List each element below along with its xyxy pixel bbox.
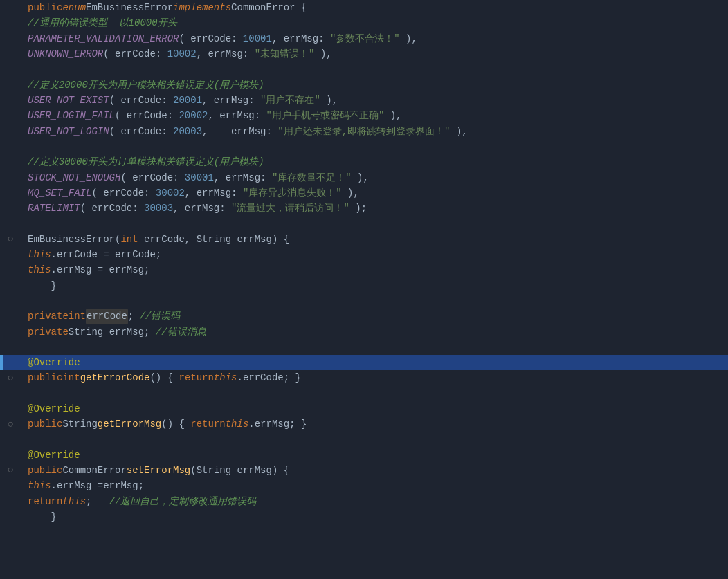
token-enum-val: USER_NOT_LOGIN bbox=[28, 124, 109, 139]
token-kw: private bbox=[28, 324, 69, 340]
line-code: MQ_SET_FAIL( errCode: 30002, errMsg: "库存… bbox=[21, 185, 728, 201]
token-comment-cn: //返回自己，定制修改通用错误码 bbox=[109, 494, 257, 509]
line-gutter bbox=[0, 386, 21, 401]
token-type: int bbox=[120, 232, 138, 247]
line-gutter: ◯ bbox=[0, 463, 21, 478]
line-code bbox=[21, 432, 728, 448]
line-code: public CommonError setErrorMsg(String er… bbox=[21, 463, 728, 478]
code-line bbox=[0, 293, 728, 309]
token-enum-val: USER_LOGIN_FAIL bbox=[28, 108, 115, 123]
line-code bbox=[21, 293, 728, 309]
line-gutter bbox=[0, 124, 21, 139]
line-code bbox=[21, 217, 728, 232]
token-num: 20003 bbox=[173, 124, 202, 139]
code-line: @Override bbox=[0, 401, 728, 416]
line-gutter bbox=[0, 170, 21, 185]
token-num: 30003 bbox=[144, 201, 173, 216]
token-cls: String bbox=[197, 232, 231, 247]
line-gutter bbox=[0, 0, 21, 15]
token-this-kw: this bbox=[62, 494, 86, 509]
token-enum-val: PARAMETER_VALIDATION_ERROR bbox=[28, 31, 179, 46]
highlighted-field: errCode bbox=[86, 309, 128, 324]
token-type: int bbox=[69, 309, 86, 324]
token-str: "用户手机号或密码不正确" bbox=[266, 108, 384, 123]
code-line: USER_NOT_LOGIN( errCode: 20003, errMsg: … bbox=[0, 124, 728, 139]
code-line bbox=[0, 432, 728, 448]
code-line: PARAMETER_VALIDATION_ERROR( errCode: 100… bbox=[0, 31, 728, 46]
token-iface: CommonError bbox=[231, 0, 295, 15]
token-cls: EmBusinessError bbox=[86, 0, 173, 15]
token-enum-val: MQ_SET_FAIL bbox=[28, 185, 91, 201]
token-str: "参数不合法！" bbox=[330, 31, 400, 46]
line-code: this.errCode = errCode; bbox=[21, 247, 728, 262]
token-comment-cn: //通用的错误类型 以10000开头 bbox=[28, 15, 177, 30]
token-kw2: enum bbox=[62, 0, 86, 15]
code-line bbox=[0, 62, 728, 77]
line-code: public String getErrorMsg() { return thi… bbox=[21, 416, 728, 432]
code-line: this.errMsg =errMsg; bbox=[0, 478, 728, 493]
line-code: @Override bbox=[21, 355, 728, 370]
code-line: private int errCode; //错误码 bbox=[0, 309, 728, 324]
token-str: "未知错误！" bbox=[255, 46, 315, 62]
line-gutter bbox=[0, 293, 21, 309]
code-line: RATELIMIT( errCode: 30003, errMsg: "流量过大… bbox=[0, 201, 728, 216]
line-code bbox=[21, 340, 728, 355]
line-code: RATELIMIT( errCode: 30003, errMsg: "流量过大… bbox=[21, 201, 728, 216]
code-line: UNKNOWN_ERROR( errCode: 10002, errMsg: "… bbox=[0, 46, 728, 62]
token-num: 20002 bbox=[179, 108, 208, 123]
fold-icon[interactable]: ◯ bbox=[6, 466, 15, 475]
line-gutter bbox=[0, 62, 21, 77]
line-code: } bbox=[21, 278, 728, 293]
token-enum-val: USER_NOT_EXIST bbox=[28, 93, 109, 108]
code-line: //定义20000开头为用户模块相关错误定义(用户模块) bbox=[0, 77, 728, 93]
line-gutter bbox=[0, 247, 21, 262]
fold-icon[interactable]: ◯ bbox=[6, 420, 15, 428]
token-enum-val: UNKNOWN_ERROR bbox=[28, 46, 103, 62]
line-gutter: ◯ bbox=[0, 232, 21, 247]
code-line: ◯ public CommonError setErrorMsg(String … bbox=[0, 463, 728, 478]
token-str: "用户不存在" bbox=[260, 93, 320, 108]
fold-icon[interactable]: ◯ bbox=[6, 374, 15, 383]
line-gutter bbox=[0, 309, 21, 324]
token-kw: public bbox=[28, 0, 62, 15]
token-method: setErrorMsg bbox=[127, 463, 190, 478]
token-method: getErrorMsg bbox=[98, 416, 161, 432]
line-code: USER_LOGIN_FAIL( errCode: 20002, errMsg:… bbox=[21, 108, 728, 123]
token-kw: private bbox=[28, 309, 69, 324]
code-line: @Override bbox=[0, 355, 728, 370]
code-line: STOCK_NOT_ENOUGH( errCode: 30001, errMsg… bbox=[0, 170, 728, 185]
line-gutter bbox=[0, 340, 21, 355]
line-code: } bbox=[21, 509, 728, 524]
token-str: "用户还未登录,即将跳转到登录界面！" bbox=[277, 124, 450, 139]
token-enum-val: STOCK_NOT_ENOUGH bbox=[28, 170, 120, 185]
token-str: "库存数量不足！" bbox=[272, 170, 352, 185]
line-gutter bbox=[0, 217, 21, 232]
token-kw2: implements bbox=[173, 0, 231, 15]
code-line: ◯ EmBusinessError(int errCode, String er… bbox=[0, 232, 728, 247]
token-enum-val: RATELIMIT bbox=[28, 201, 80, 216]
token-type: int bbox=[62, 370, 80, 385]
line-code: //定义30000开头为订单模块相关错误定义(用户模块) bbox=[21, 154, 728, 169]
token-str: "库存异步消息失败！" bbox=[243, 185, 342, 201]
line-code: return this; //返回自己，定制修改通用错误码 bbox=[21, 494, 728, 509]
token-cls: EmBusinessError bbox=[28, 232, 115, 247]
line-code: @Override bbox=[21, 401, 728, 416]
code-line: public enum EmBusinessError implements C… bbox=[0, 0, 728, 15]
token-kw: return bbox=[179, 370, 213, 385]
token-num: 30001 bbox=[185, 170, 214, 185]
line-gutter bbox=[0, 15, 21, 30]
line-gutter bbox=[0, 509, 21, 524]
token-num: 10001 bbox=[243, 31, 272, 46]
fold-icon[interactable]: ◯ bbox=[6, 235, 15, 243]
code-line: MQ_SET_FAIL( errCode: 30002, errMsg: "库存… bbox=[0, 185, 728, 201]
code-line: ◯ public int getErrorCode() { return thi… bbox=[0, 370, 728, 385]
code-line: USER_LOGIN_FAIL( errCode: 20002, errMsg:… bbox=[0, 108, 728, 123]
token-num: 20001 bbox=[173, 93, 202, 108]
token-kw: public bbox=[28, 416, 62, 432]
line-code: public enum EmBusinessError implements C… bbox=[21, 0, 728, 15]
line-code: this.errMsg =errMsg; bbox=[21, 478, 728, 493]
token-kw: return bbox=[28, 494, 62, 509]
code-editor: public enum EmBusinessError implements C… bbox=[0, 0, 728, 579]
line-gutter bbox=[0, 401, 21, 416]
token-this-kw: this bbox=[28, 247, 51, 262]
